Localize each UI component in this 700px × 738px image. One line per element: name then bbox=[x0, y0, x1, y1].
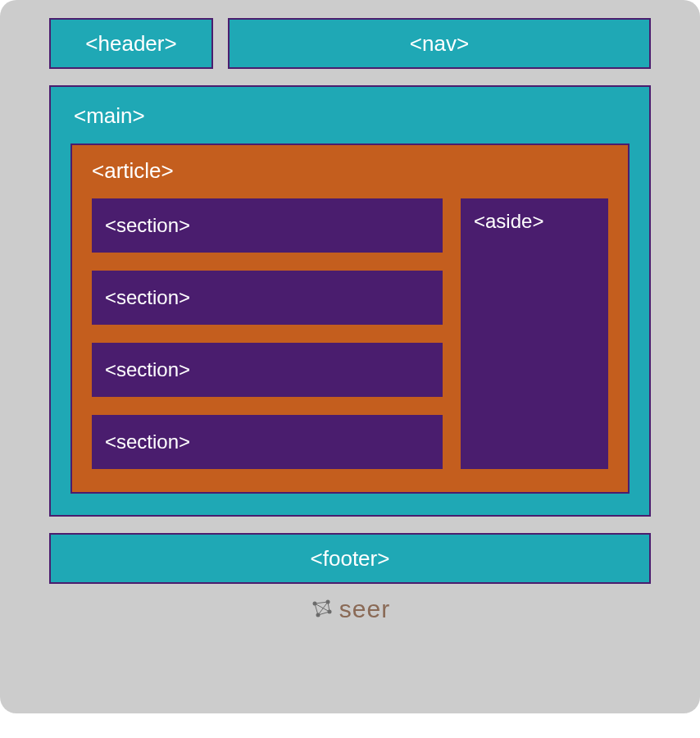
footer-label: <footer> bbox=[311, 546, 390, 572]
main-label: <main> bbox=[70, 103, 630, 129]
section-block: <section> bbox=[92, 415, 443, 469]
svg-point-6 bbox=[312, 602, 316, 606]
section-label: <section> bbox=[105, 214, 190, 237]
section-label: <section> bbox=[105, 286, 190, 309]
svg-point-8 bbox=[316, 613, 320, 617]
aside-block: <aside> bbox=[461, 198, 608, 469]
article-block: <article> <section> <section> <section> … bbox=[70, 144, 630, 494]
network-icon bbox=[310, 597, 334, 622]
footer-block: <footer> bbox=[49, 533, 651, 584]
section-block: <section> bbox=[92, 198, 443, 253]
sections-column: <section> <section> <section> <section> bbox=[92, 198, 443, 469]
nav-label: <nav> bbox=[410, 31, 469, 57]
section-block: <section> bbox=[92, 343, 443, 397]
section-label: <section> bbox=[105, 430, 190, 453]
svg-point-9 bbox=[327, 610, 331, 614]
section-block: <section> bbox=[92, 271, 443, 325]
nav-block: <nav> bbox=[228, 18, 651, 69]
article-body: <section> <section> <section> <section> … bbox=[92, 198, 608, 469]
top-row: <header> <nav> bbox=[49, 18, 651, 69]
article-label: <article> bbox=[92, 158, 608, 184]
header-block: <header> bbox=[49, 18, 213, 69]
main-block: <main> <article> <section> <section> <se… bbox=[49, 85, 651, 517]
svg-point-7 bbox=[325, 600, 330, 604]
section-label: <section> bbox=[105, 358, 190, 381]
brand-logo: seer bbox=[49, 595, 651, 623]
layout-diagram: <header> <nav> <main> <article> <section… bbox=[0, 0, 700, 713]
aside-label: <aside> bbox=[474, 210, 543, 232]
header-label: <header> bbox=[85, 31, 176, 57]
brand-name: seer bbox=[339, 595, 390, 623]
